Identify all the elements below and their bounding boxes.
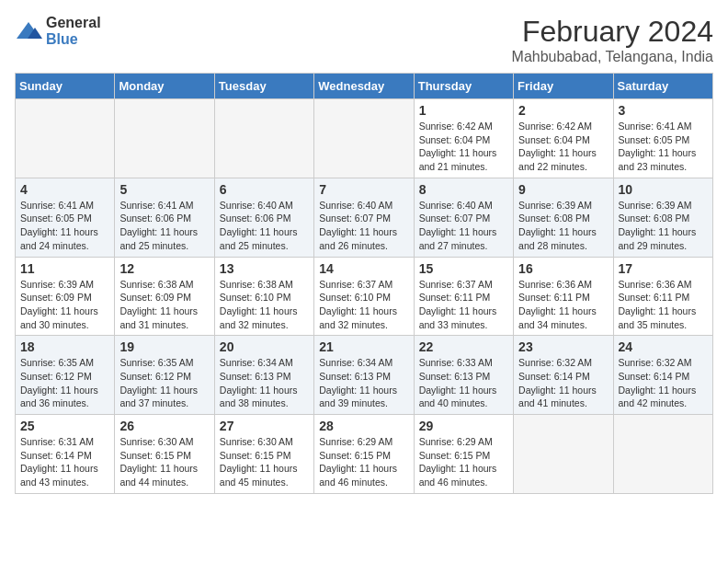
day-info-line: Sunset: 6:04 PM: [419, 133, 508, 147]
day-info-line: Sunset: 6:12 PM: [20, 370, 109, 384]
calendar-cell: 4Sunrise: 6:41 AMSunset: 6:05 PMDaylight…: [16, 178, 115, 257]
calendar-cell: 21Sunrise: 6:34 AMSunset: 6:13 PMDayligh…: [314, 336, 414, 415]
calendar-cell: 19Sunrise: 6:35 AMSunset: 6:12 PMDayligh…: [115, 336, 214, 415]
day-number: 26: [119, 419, 209, 433]
day-info-line: and 30 minutes.: [20, 318, 109, 332]
day-info-line: Sunrise: 6:31 AM: [20, 435, 109, 449]
day-number: 29: [419, 419, 508, 433]
day-info-line: Daylight: 11 hours: [220, 384, 309, 397]
calendar-cell: 13Sunrise: 6:38 AMSunset: 6:10 PMDayligh…: [214, 257, 313, 336]
day-info-line: Sunrise: 6:37 AM: [319, 278, 408, 292]
day-number: 16: [518, 261, 608, 276]
day-info-line: Sunset: 6:11 PM: [518, 291, 608, 304]
calendar-cell: [314, 99, 414, 178]
calendar-cell: 10Sunrise: 6:39 AMSunset: 6:08 PMDayligh…: [613, 178, 712, 257]
calendar-cell: 23Sunrise: 6:32 AMSunset: 6:14 PMDayligh…: [514, 336, 613, 415]
day-info-line: Sunrise: 6:41 AM: [20, 199, 109, 213]
calendar-cell: [214, 99, 313, 178]
day-info-line: and 42 minutes.: [619, 396, 708, 410]
day-info-line: Sunset: 6:14 PM: [619, 370, 708, 384]
day-info: Sunrise: 6:42 AMSunset: 6:04 PMDaylight:…: [419, 120, 508, 174]
day-info: Sunrise: 6:40 AMSunset: 6:06 PMDaylight:…: [220, 199, 309, 253]
logo-general: General: [46, 15, 101, 31]
calendar-cell: 24Sunrise: 6:32 AMSunset: 6:14 PMDayligh…: [613, 336, 712, 415]
day-info-line: Sunset: 6:07 PM: [419, 212, 508, 225]
day-info-line: Daylight: 11 hours: [119, 462, 209, 476]
calendar-cell: 20Sunrise: 6:34 AMSunset: 6:13 PMDayligh…: [214, 336, 313, 415]
day-info-line: and 45 minutes.: [220, 476, 309, 489]
day-info-line: Sunset: 6:10 PM: [319, 291, 408, 304]
day-info-line: Sunrise: 6:38 AM: [220, 278, 309, 292]
day-info-line: Sunset: 6:14 PM: [20, 449, 109, 463]
calendar-cell: 18Sunrise: 6:35 AMSunset: 6:12 PMDayligh…: [16, 336, 115, 415]
calendar-cell: 11Sunrise: 6:39 AMSunset: 6:09 PMDayligh…: [16, 257, 115, 336]
day-info-line: Sunrise: 6:40 AM: [419, 199, 508, 213]
day-info: Sunrise: 6:39 AMSunset: 6:09 PMDaylight:…: [20, 278, 109, 332]
calendar-cell: 16Sunrise: 6:36 AMSunset: 6:11 PMDayligh…: [514, 257, 613, 336]
day-info: Sunrise: 6:39 AMSunset: 6:08 PMDaylight:…: [619, 199, 708, 253]
logo: General Blue: [15, 15, 101, 47]
weekday-header: Friday: [514, 74, 613, 99]
day-info-line: Sunset: 6:09 PM: [119, 291, 209, 304]
day-info-line: and 41 minutes.: [518, 396, 608, 410]
calendar-cell: 25Sunrise: 6:31 AMSunset: 6:14 PMDayligh…: [16, 415, 115, 494]
day-info-line: Sunrise: 6:32 AM: [619, 356, 708, 370]
calendar-cell: 7Sunrise: 6:40 AMSunset: 6:07 PMDaylight…: [314, 178, 414, 257]
day-number: 6: [220, 182, 309, 197]
day-info-line: and 43 minutes.: [20, 476, 109, 489]
day-info: Sunrise: 6:35 AMSunset: 6:12 PMDaylight:…: [20, 356, 109, 410]
day-info-line: and 24 minutes.: [20, 239, 109, 253]
day-info-line: Daylight: 11 hours: [319, 462, 408, 476]
day-info-line: Sunrise: 6:39 AM: [518, 199, 608, 213]
location-title: Mahbubabad, Telangana, India: [512, 49, 713, 65]
day-info-line: Daylight: 11 hours: [518, 384, 608, 397]
weekday-header: Wednesday: [314, 74, 414, 99]
day-info-line: and 32 minutes.: [220, 318, 309, 332]
calendar-cell: 14Sunrise: 6:37 AMSunset: 6:10 PMDayligh…: [314, 257, 414, 336]
day-info-line: and 25 minutes.: [119, 239, 209, 253]
calendar-cell: [115, 99, 214, 178]
day-number: 9: [518, 182, 608, 197]
day-info-line: Sunset: 6:04 PM: [518, 133, 608, 147]
day-info-line: Sunrise: 6:39 AM: [20, 278, 109, 292]
day-info-line: Daylight: 11 hours: [419, 384, 508, 397]
day-info-line: and 21 minutes.: [419, 160, 508, 174]
weekday-header: Saturday: [613, 74, 712, 99]
day-info: Sunrise: 6:39 AMSunset: 6:08 PMDaylight:…: [518, 199, 608, 253]
day-info-line: and 34 minutes.: [518, 318, 608, 332]
day-info-line: Sunset: 6:15 PM: [319, 449, 408, 463]
weekday-header: Monday: [115, 74, 214, 99]
day-number: 3: [619, 103, 708, 118]
day-info-line: Daylight: 11 hours: [119, 384, 209, 397]
day-info-line: Sunrise: 6:40 AM: [319, 199, 408, 213]
title-area: February 2024 Mahbubabad, Telangana, Ind…: [512, 15, 713, 65]
day-info-line: and 28 minutes.: [518, 239, 608, 253]
calendar-week-row: 4Sunrise: 6:41 AMSunset: 6:05 PMDaylight…: [16, 178, 713, 257]
calendar-cell: 27Sunrise: 6:30 AMSunset: 6:15 PMDayligh…: [214, 415, 313, 494]
day-info: Sunrise: 6:37 AMSunset: 6:10 PMDaylight:…: [319, 278, 408, 332]
day-info-line: Daylight: 11 hours: [518, 225, 608, 239]
day-info-line: Daylight: 11 hours: [20, 384, 109, 397]
calendar-cell: 6Sunrise: 6:40 AMSunset: 6:06 PMDaylight…: [214, 178, 313, 257]
calendar-week-row: 11Sunrise: 6:39 AMSunset: 6:09 PMDayligh…: [16, 257, 713, 336]
day-number: 18: [20, 339, 109, 354]
day-info-line: Sunset: 6:15 PM: [119, 449, 209, 463]
day-number: 2: [518, 103, 608, 118]
day-info-line: Daylight: 11 hours: [419, 462, 508, 476]
day-number: 4: [20, 182, 109, 197]
day-info-line: and 39 minutes.: [319, 396, 408, 410]
day-info: Sunrise: 6:29 AMSunset: 6:15 PMDaylight:…: [419, 435, 508, 489]
day-info: Sunrise: 6:34 AMSunset: 6:13 PMDaylight:…: [220, 356, 309, 410]
day-info-line: Daylight: 11 hours: [220, 462, 309, 476]
day-info-line: and 46 minutes.: [319, 476, 408, 489]
day-number: 11: [20, 261, 109, 276]
calendar-cell: 29Sunrise: 6:29 AMSunset: 6:15 PMDayligh…: [414, 415, 513, 494]
day-number: 5: [119, 182, 209, 197]
day-info: Sunrise: 6:41 AMSunset: 6:06 PMDaylight:…: [119, 199, 209, 253]
day-number: 23: [518, 339, 608, 354]
calendar-cell: 12Sunrise: 6:38 AMSunset: 6:09 PMDayligh…: [115, 257, 214, 336]
day-info-line: and 32 minutes.: [319, 318, 408, 332]
day-info-line: Daylight: 11 hours: [419, 146, 508, 160]
day-info: Sunrise: 6:40 AMSunset: 6:07 PMDaylight:…: [419, 199, 508, 253]
day-number: 17: [619, 261, 708, 276]
